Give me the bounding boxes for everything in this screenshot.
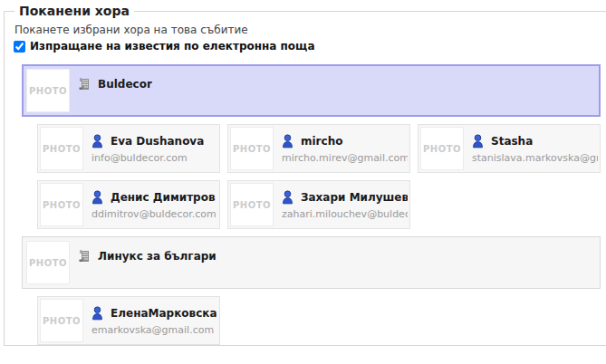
org-name: Линукс за българи xyxy=(98,250,216,263)
photo-placeholder: PHOTO xyxy=(40,127,83,170)
invitee-cards: PHOTO Buldecor PHOTO Eva Dushanova xyxy=(13,64,606,345)
person-name: Денис Димитров xyxy=(111,191,216,204)
photo-placeholder: PHOTO xyxy=(420,127,464,170)
person-card[interactable]: PHOTO Денис Димитров ddimitrov@buldecor.… xyxy=(37,180,220,229)
person-icon xyxy=(91,190,104,205)
person-card[interactable]: PHOTO Stasha stanislava.markovska@gmai xyxy=(418,124,601,173)
photo-placeholder: PHOTO xyxy=(40,183,83,226)
email-notify-label: Изпращане на известия по електронна поща xyxy=(30,40,314,53)
email-notify-row: Изпращане на известия по електронна поща xyxy=(14,40,606,53)
person-icon xyxy=(281,134,294,148)
member-row: PHOTO Eva Dushanova info@buldecor.com PH… xyxy=(37,124,601,173)
person-email: zahari.milouchev@buldecor.c xyxy=(282,208,408,220)
org-card-buldecor[interactable]: PHOTO Buldecor xyxy=(22,64,601,117)
person-name: ЕленаМарковска xyxy=(111,307,216,320)
person-card[interactable]: PHOTO ЕленаМарковска emarkovska@gmail.co… xyxy=(37,296,220,345)
person-icon xyxy=(471,134,485,148)
panel-title: Поканени хора xyxy=(14,4,134,18)
photo-placeholder: PHOTO xyxy=(26,69,70,112)
person-icon xyxy=(281,190,294,205)
person-email: mircho.mirev@gmail.com xyxy=(282,152,408,164)
building-icon xyxy=(77,249,91,263)
org-card-linux[interactable]: PHOTO Линукс за българи xyxy=(22,236,601,289)
photo-placeholder: PHOTO xyxy=(230,183,274,226)
person-card[interactable]: PHOTO Eva Dushanova info@buldecor.com xyxy=(37,124,220,173)
person-name: mircho xyxy=(301,135,342,148)
org-name: Buldecor xyxy=(98,78,152,91)
person-email: info@buldecor.com xyxy=(91,152,204,164)
person-name: Захари Милушев xyxy=(301,191,408,204)
building-icon xyxy=(77,77,91,91)
person-card[interactable]: PHOTO Захари Милушев zahari.milouchev@bu… xyxy=(227,180,410,229)
photo-placeholder: PHOTO xyxy=(230,127,274,170)
member-row: PHOTO ЕленаМарковска emarkovska@gmail.co… xyxy=(37,296,601,345)
person-icon xyxy=(91,134,104,148)
email-notify-checkbox[interactable] xyxy=(14,41,25,53)
person-email: ddimitrov@buldecor.com xyxy=(91,208,216,220)
person-name: Eva Dushanova xyxy=(111,135,204,148)
person-card[interactable]: PHOTO mircho mircho.mirev@gmail.com xyxy=(227,124,410,173)
person-email: stanislava.markovska@gmai xyxy=(472,152,598,164)
person-icon xyxy=(91,306,104,321)
invite-people-screen: Поканени хора Поканете избрани хора на т… xyxy=(0,0,606,364)
invited-people-panel: Поканени хора Поканете избрани хора на т… xyxy=(4,4,606,346)
photo-placeholder: PHOTO xyxy=(26,241,70,284)
person-email: emarkovska@gmail.com xyxy=(91,324,216,336)
photo-placeholder: PHOTO xyxy=(40,299,83,342)
panel-subtitle: Поканете избрани хора на това събитие xyxy=(14,24,606,36)
member-row: PHOTO Денис Димитров ddimitrov@buldecor.… xyxy=(37,180,601,229)
person-name: Stasha xyxy=(491,135,533,148)
